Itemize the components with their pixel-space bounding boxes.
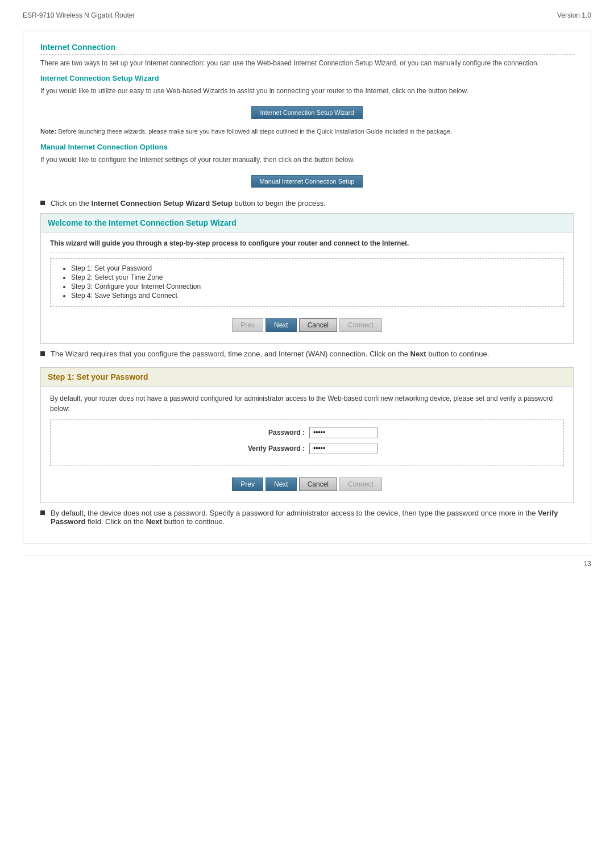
wizard-bullet-point: Click on the Internet Connection Setup W… — [40, 199, 574, 207]
step-1: Step 1: Set your Password — [71, 264, 554, 272]
next-bold-2: Next — [146, 517, 162, 526]
connect-button-2[interactable]: Connect — [339, 477, 382, 491]
prev-button-1[interactable]: Prev — [232, 318, 263, 332]
password-form: Password : Verify Password : — [50, 420, 564, 466]
next-button-2[interactable]: Next — [265, 477, 297, 491]
manual-connection-description: If you would like to configure the Inter… — [40, 155, 574, 165]
verify-password-input[interactable] — [309, 443, 377, 454]
password-input[interactable] — [309, 427, 377, 438]
product-name: ESR-9710 Wireless N Gigabit Router — [23, 11, 135, 19]
page-number: 13 — [584, 560, 591, 568]
internet-connection-intro: There are two ways to set up your Intern… — [40, 58, 574, 68]
bullet-icon-2 — [40, 351, 45, 356]
step-2: Step 2: Select your Time Zone — [71, 273, 554, 281]
manual-connection-button[interactable]: Manual Internet Connection Setup — [251, 175, 363, 188]
steps-list: Step 1: Set your Password Step 2: Select… — [60, 264, 554, 300]
password-bullet-text: By default, the device does not use a pa… — [51, 509, 574, 526]
main-content: Internet Connection There are two ways t… — [23, 31, 591, 543]
step-3: Step 3: Configure your Internet Connecti… — [71, 283, 554, 290]
page-footer: 13 — [23, 555, 591, 568]
setup-wizard-subtitle: Internet Connection Setup Wizard — [40, 74, 574, 82]
password-box-header: Step 1: Set your Password — [41, 368, 573, 387]
connect-button-1[interactable]: Connect — [339, 318, 382, 332]
password-row: Password : — [62, 427, 552, 438]
manual-connection-subtitle: Manual Internet Connection Options — [40, 143, 574, 151]
password-bullet: By default, the device does not use a pa… — [40, 509, 574, 526]
password-box-body: By default, your router does not have a … — [41, 387, 573, 502]
password-button-row: Prev Next Cancel Connect — [50, 473, 564, 496]
wizard-next-bullet-text: The Wizard requires that you configure t… — [51, 350, 489, 358]
manual-connection-subsection: Manual Internet Connection Options If yo… — [40, 143, 574, 192]
password-label: Password : — [237, 429, 305, 437]
welcome-wizard-title: Welcome to the Internet Connection Setup… — [48, 218, 566, 227]
version-label: Version 1.0 — [557, 11, 591, 19]
internet-connection-title: Internet Connection — [40, 43, 574, 55]
welcome-wizard-header: Welcome to the Internet Connection Setup… — [41, 214, 573, 232]
setup-wizard-description: If you would like to utilize our easy to… — [40, 86, 574, 96]
setup-wizard-button[interactable]: Internet Connection Setup Wizard — [251, 106, 362, 119]
next-bold: Next — [410, 350, 426, 358]
internet-connection-section: Internet Connection There are two ways t… — [40, 43, 574, 207]
verify-password-bold: Verify Password — [51, 509, 558, 526]
setup-wizard-note: Note: Before launching these wizards, pl… — [40, 128, 574, 135]
password-box: Step 1: Set your Password By default, yo… — [40, 367, 574, 503]
prev-button-2[interactable]: Prev — [232, 477, 263, 491]
cancel-button-2[interactable]: Cancel — [299, 477, 337, 491]
verify-password-label: Verify Password : — [237, 445, 305, 452]
note-content: Before launching these wizards, please m… — [58, 128, 452, 135]
steps-box: Step 1: Set your Password Step 2: Select… — [50, 258, 564, 307]
password-box-title: Step 1: Set your Password — [48, 372, 566, 381]
wizard-button-row: Prev Next Cancel Connect — [50, 314, 564, 337]
wizard-next-bullet: The Wizard requires that you configure t… — [40, 350, 574, 358]
bullet-bold-text: Internet Connection Setup Wizard Setup — [92, 199, 233, 207]
welcome-wizard-box: Welcome to the Internet Connection Setup… — [40, 213, 574, 344]
welcome-wizard-body: This wizard will guide you through a ste… — [41, 232, 573, 343]
note-label: Note: — [40, 128, 56, 135]
setup-wizard-subsection: Internet Connection Setup Wizard If you … — [40, 74, 574, 135]
password-intro: By default, your router does not have a … — [50, 393, 564, 414]
verify-password-row: Verify Password : — [62, 443, 552, 454]
bullet-text: Click on the Internet Connection Setup W… — [51, 199, 326, 207]
bullet-icon — [40, 201, 45, 205]
bullet-icon-3 — [40, 510, 45, 515]
welcome-wizard-intro: This wizard will guide you through a ste… — [50, 239, 564, 252]
cancel-button-1[interactable]: Cancel — [299, 318, 337, 332]
page-header: ESR-9710 Wireless N Gigabit Router Versi… — [23, 11, 591, 19]
next-button-1[interactable]: Next — [265, 318, 297, 332]
step-4: Step 4: Save Settings and Connect — [71, 292, 554, 300]
